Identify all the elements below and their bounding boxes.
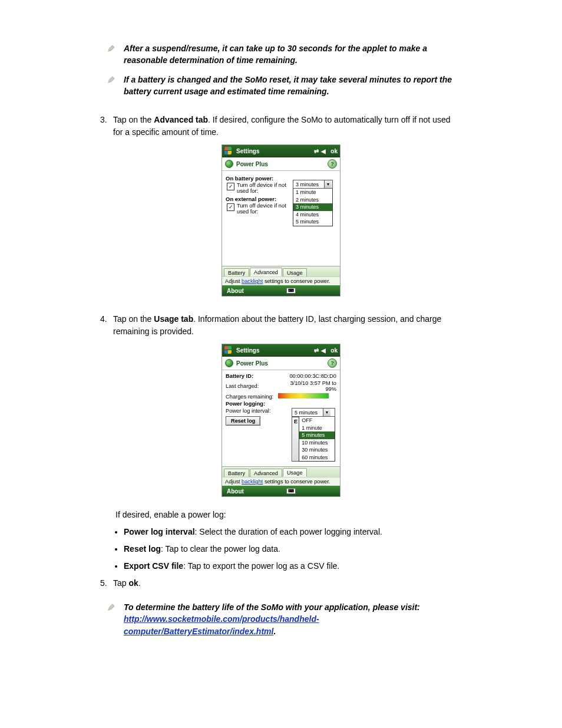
hint-bar: Adjust backlight settings to conserve po… [222, 276, 340, 285]
softkey-bar: About ⌨ [222, 486, 340, 496]
status-icons: ⇄ ◀ ok [314, 347, 338, 354]
svg-marker-0 [108, 45, 115, 52]
powerplus-icon [225, 359, 233, 367]
battery-turnoff-label: Turn off device if not used for: [237, 182, 289, 194]
dropdown-option-selected[interactable]: 3 minutes [293, 203, 332, 211]
svg-marker-2 [108, 76, 115, 83]
advanced-content: On battery power: ✓ Turn off device if n… [222, 171, 340, 266]
step-body: Tap on the Usage tab. Information about … [113, 313, 462, 338]
about-softkey[interactable]: About [227, 488, 244, 495]
charges-remaining-label: Charges remaining: [226, 394, 273, 400]
battery-id-value: 00:00:00:3C:8D:D0 [278, 373, 336, 379]
last-charged-label: Last charged: [226, 383, 273, 389]
dropdown-option[interactable]: 10 minutes [299, 439, 335, 447]
volume-icon: ◀ [321, 148, 326, 154]
pencil-icon [107, 75, 115, 87]
ok-button[interactable]: ok [330, 148, 338, 154]
last-charged-value: 3/10/10 3:57 PM to 99% [278, 380, 336, 392]
dropdown-option[interactable]: 5 minutes [293, 218, 332, 226]
dropdown-option-selected[interactable]: 5 minutes [299, 431, 335, 439]
battery-timeout-combo[interactable]: 3 minutes ▼ [293, 180, 333, 189]
app-name: Power Plus [236, 161, 268, 167]
charge-bar [278, 393, 336, 400]
screenshot-usage: Settings ⇄ ◀ ok Power Plus ? Battery ID:… [100, 344, 462, 497]
on-external-heading: On external power: [226, 196, 289, 202]
windows-flag-icon [224, 147, 233, 155]
dropdown-option[interactable]: 2 minutes [293, 196, 332, 204]
tabs: Battery Advanced Usage [222, 466, 340, 477]
step-3: 3. Tap on the Advanced tab. If desired, … [100, 114, 462, 139]
bullet-reset: Reset log: Tap to clear the power log da… [124, 543, 462, 555]
power-log-bullets: Power log interval: Select the duration … [100, 526, 462, 572]
power-logging-label: Power logging: [226, 401, 336, 407]
app-subheader: Power Plus ? [222, 357, 340, 370]
power-log-intro: If desired, enable a power log: [115, 509, 462, 521]
softkey-bar: About ⌨ [222, 285, 340, 296]
step-body: Tap ok. [113, 577, 462, 589]
help-icon[interactable]: ? [328, 159, 337, 169]
log-interval-combo[interactable]: 5 minutes ▼ [292, 408, 335, 417]
hint-bar: Adjust backlight settings to conserve po… [222, 477, 340, 486]
svg-marker-4 [108, 604, 115, 611]
battery-id-label: Battery ID: [226, 373, 273, 379]
note-suspend-resume: After a suspend/resume, it can take up t… [107, 42, 462, 67]
dropdown-option[interactable]: OFF [299, 417, 335, 424]
on-battery-heading: On battery power: [226, 175, 289, 182]
step-body: Tap on the Advanced tab. If desired, con… [113, 114, 462, 139]
dropdown-option[interactable]: 30 minutes [299, 446, 335, 454]
reset-log-button[interactable]: Reset log [226, 416, 260, 426]
dropdown-option[interactable]: 60 minutes [299, 454, 335, 462]
powerplus-icon [225, 160, 233, 168]
note-battery-changed: If a battery is changed and the SoMo res… [107, 74, 462, 98]
keyboard-icon[interactable]: ⌨ [286, 288, 296, 294]
dropdown-option[interactable]: 1 minute [293, 189, 332, 196]
status-icons: ⇄ ◀ ok [314, 148, 338, 154]
note-text: After a suspend/resume, it can take up t… [120, 42, 462, 67]
tab-usage[interactable]: Usage [283, 268, 307, 276]
step-5: 5. Tap ok. [100, 577, 462, 589]
external-turnoff-label: Turn off device if not used for: [237, 203, 289, 215]
volume-icon: ◀ [321, 347, 326, 354]
tab-advanced[interactable]: Advanced [250, 268, 282, 276]
battery-timeout-dropdown[interactable]: 1 minute 2 minutes 3 minutes 4 minutes 5… [293, 189, 333, 226]
connectivity-icon: ⇄ [314, 347, 319, 354]
app-name: Power Plus [236, 360, 268, 367]
tab-battery[interactable]: Battery [224, 469, 249, 477]
connectivity-icon: ⇄ [314, 148, 319, 154]
keyboard-icon[interactable]: ⌨ [286, 488, 296, 494]
log-interval-dropdown[interactable]: OFF 1 minute 5 minutes 10 minutes 30 min… [299, 417, 335, 462]
bullet-interval: Power log interval: Select the duration … [124, 526, 462, 538]
note-text: To determine the battery life of the SoM… [120, 601, 462, 637]
wm-titlebar: Settings ⇄ ◀ ok [222, 344, 340, 357]
pencil-icon [107, 44, 115, 55]
note-battery-estimator: To determine the battery life of the SoM… [107, 601, 462, 637]
export-button-peek[interactable]: E [292, 417, 299, 462]
step-number: 5. [100, 577, 113, 589]
step-4: 4. Tap on the Usage tab. Information abo… [100, 313, 462, 338]
battery-turnoff-checkbox[interactable]: ✓ [227, 183, 234, 190]
window-title: Settings [236, 148, 314, 154]
backlight-link[interactable]: backlight [242, 278, 263, 284]
tab-advanced[interactable]: Advanced [250, 469, 282, 477]
pencil-icon [107, 602, 115, 614]
backlight-link[interactable]: backlight [242, 479, 263, 485]
ok-button[interactable]: ok [330, 347, 338, 354]
screenshot-advanced: Settings ⇄ ◀ ok Power Plus ? On battery … [100, 144, 462, 297]
help-icon[interactable]: ? [328, 358, 337, 368]
tab-usage[interactable]: Usage [283, 468, 307, 477]
wm-titlebar: Settings ⇄ ◀ ok [222, 145, 340, 157]
about-softkey[interactable]: About [227, 288, 244, 294]
tabs: Battery Advanced Usage [222, 266, 340, 276]
battery-estimator-link[interactable]: http://www.socketmobile.com/products/han… [124, 614, 319, 635]
power-log-section: If desired, enable a power log: [100, 509, 462, 521]
bullet-export: Export CSV file: Tap to export the power… [124, 560, 462, 572]
windows-flag-icon [224, 346, 233, 354]
dropdown-option[interactable]: 1 minute [299, 424, 335, 432]
dropdown-option[interactable]: 4 minutes [293, 211, 332, 219]
app-subheader: Power Plus ? [222, 157, 340, 171]
tab-battery[interactable]: Battery [224, 268, 249, 276]
step-number: 4. [100, 313, 113, 338]
chevron-down-icon: ▼ [324, 180, 332, 188]
step-number: 3. [100, 114, 113, 139]
external-turnoff-checkbox[interactable]: ✓ [227, 203, 234, 211]
